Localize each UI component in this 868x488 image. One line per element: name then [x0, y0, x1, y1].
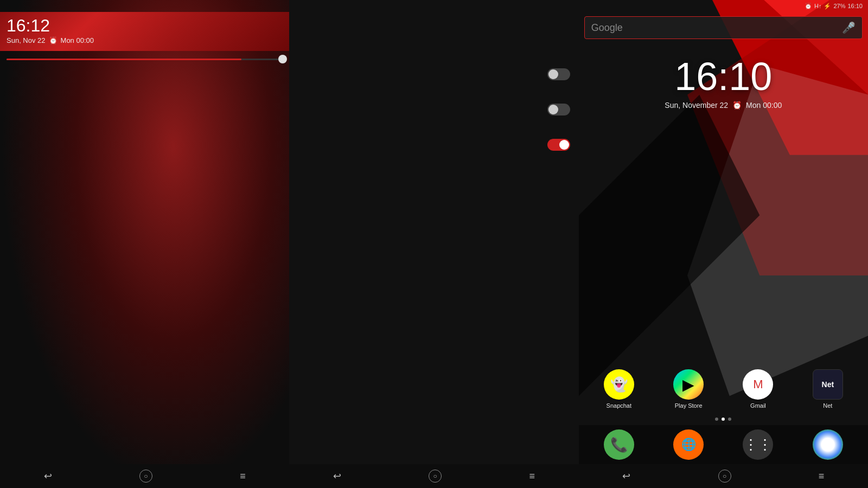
dock-chrome[interactable] — [813, 429, 843, 460]
playstore-label: Play Store — [675, 402, 703, 409]
battery-icon-p3: ⚡ — [824, 3, 831, 10]
recents-button-p1[interactable]: ≡ — [240, 471, 246, 482]
chrome-icon — [813, 429, 843, 460]
browser-icon: 🌐 — [673, 429, 704, 460]
page-indicators — [579, 418, 868, 421]
qs-header: 16:12 Sun, Nov 22 ⏰ Mon 00:00 — [0, 12, 289, 51]
panel-settings: ⏰ H↑ ⚡ 28% 16:12 Settings 🔍 Wireless & n… — [289, 0, 578, 488]
phone-icon: 📞 — [604, 429, 634, 460]
gmail-label: Gmail — [750, 402, 766, 409]
time-p3: 16:10 — [847, 3, 863, 9]
home-date: Sun, November 22 ⏰ Mon 00:00 — [579, 101, 868, 110]
mobile-toggle[interactable] — [547, 139, 570, 151]
app-snapchat[interactable]: 👻 Snapchat — [604, 369, 634, 409]
alarm-icon-p1: ⏰ — [49, 36, 58, 44]
gmail-icon: M — [743, 369, 773, 400]
net-label: Net — [823, 402, 832, 409]
app-grid-row1: 👻 Snapchat ▶ Play Store M Gmail Net Net — [579, 358, 868, 413]
qs-date: Sun, Nov 22 ⏰ Mon 00:00 — [7, 36, 283, 44]
battery-p3: 27% — [833, 3, 845, 9]
nav-bar-p1: ↩ ○ ≡ — [0, 464, 289, 488]
bluetooth-toggle[interactable] — [547, 104, 570, 115]
recents-button-p2[interactable]: ≡ — [529, 471, 535, 482]
launcher-icon: ⋮⋮ — [743, 429, 773, 460]
app-gmail[interactable]: M Gmail — [743, 369, 773, 409]
qs-time: 16:12 — [7, 16, 283, 35]
home-button-p2[interactable]: ○ — [429, 470, 442, 483]
dot-2 — [722, 418, 725, 421]
playstore-icon: ▶ — [673, 369, 704, 400]
app-dock: 📞 🌐 ⋮⋮ — [579, 425, 868, 464]
home-clock: 16:10 — [579, 54, 868, 99]
snapchat-label: Snapchat — [607, 402, 631, 409]
snapchat-icon: 👻 — [604, 369, 634, 400]
dot-1 — [715, 418, 718, 421]
back-button-p1[interactable]: ↩ — [44, 470, 52, 482]
dock-browser[interactable]: 🌐 — [673, 429, 704, 460]
mic-icon[interactable]: 🎤 — [842, 21, 856, 34]
alarm-icon-p3: ⏰ — [805, 3, 812, 10]
search-placeholder: Google — [591, 22, 623, 34]
panel-homescreen: ⏰ H↑ ⚡ 27% 16:10 Google 🎤 16:10 Sun, Nov… — [579, 0, 868, 488]
app-net[interactable]: Net Net — [813, 369, 843, 409]
home-button-p1[interactable]: ○ — [139, 470, 152, 483]
alarm-home-icon: ⏰ — [732, 101, 742, 110]
panel-quick-settings: ⚡ 28% ⚙ 👤 16:12 Sun, Nov 22 ⏰ Mon 00:00 … — [0, 0, 289, 488]
app-playstore[interactable]: ▶ Play Store — [673, 369, 704, 409]
dock-phone[interactable]: 📞 — [604, 429, 634, 460]
back-button-p2[interactable]: ↩ — [333, 470, 341, 482]
wifi-toggle[interactable] — [547, 68, 570, 80]
dot-3 — [728, 418, 731, 421]
status-bar-p3: ⏰ H↑ ⚡ 27% 16:10 — [579, 0, 868, 12]
nav-bar-p2: ↩ ○ ≡ — [289, 464, 578, 488]
dock-launcher[interactable]: ⋮⋮ — [743, 429, 773, 460]
google-search-bar[interactable]: Google 🎤 — [584, 16, 863, 39]
brightness-slider[interactable] — [7, 59, 283, 60]
signal-p3: H↑ — [814, 3, 821, 9]
net-icon: Net — [813, 369, 843, 400]
